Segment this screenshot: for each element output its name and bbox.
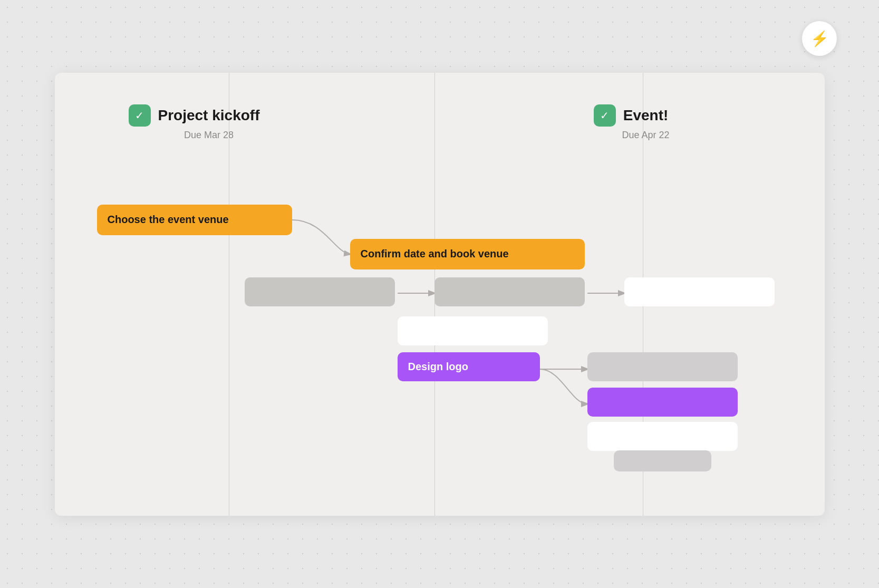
milestone-check-icon-1: ✓	[129, 104, 151, 127]
lightning-button[interactable]: ⚡	[802, 21, 837, 56]
milestone-header-2: ✓ Event!	[594, 104, 669, 127]
milestone-title-2: Event!	[623, 107, 669, 124]
task-white-2[interactable]	[398, 316, 548, 345]
milestone-project-kickoff: ✓ Project kickoff Due Mar 28	[129, 104, 260, 141]
task-purple-2[interactable]	[587, 388, 738, 417]
task-white-1[interactable]	[624, 277, 775, 306]
task-gray-1[interactable]	[245, 277, 395, 306]
milestone-header-1: ✓ Project kickoff	[129, 104, 260, 127]
milestone-title-1: Project kickoff	[158, 107, 260, 124]
task-gray-light-1[interactable]	[587, 352, 738, 381]
task-confirm-date[interactable]: Confirm date and book venue	[350, 239, 585, 269]
milestone-due-1: Due Mar 28	[184, 130, 234, 141]
task-gray-2[interactable]	[434, 277, 585, 306]
canvas: ✓ Project kickoff Due Mar 28 ✓ Event! Du…	[55, 73, 825, 516]
task-gray-light-2[interactable]	[614, 450, 711, 471]
milestone-event: ✓ Event! Due Apr 22	[593, 104, 670, 141]
task-white-3[interactable]	[587, 422, 738, 451]
lightning-icon: ⚡	[810, 30, 829, 47]
task-choose-venue[interactable]: Choose the event venue	[97, 205, 292, 235]
milestone-check-icon-2: ✓	[594, 104, 616, 127]
task-design-logo[interactable]: Design logo	[398, 352, 540, 381]
milestone-due-2: Due Apr 22	[622, 130, 670, 141]
